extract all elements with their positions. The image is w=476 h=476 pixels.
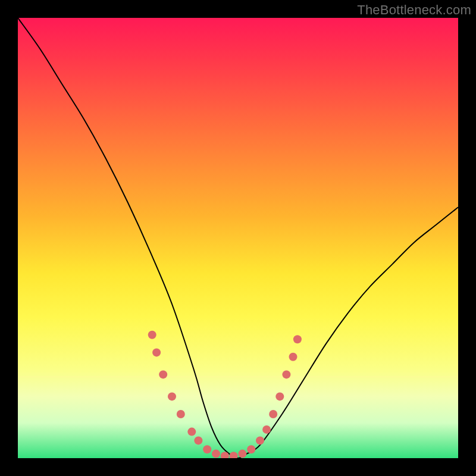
data-point-marker — [293, 335, 302, 343]
data-point-marker — [148, 331, 156, 339]
watermark-text: TheBottleneck.com — [357, 2, 471, 18]
data-point-marker — [262, 425, 271, 434]
data-point-marker — [238, 450, 246, 458]
data-point-marker — [289, 353, 298, 361]
data-point-marker — [212, 450, 220, 458]
chart-outer-frame: TheBottleneck.com — [0, 0, 476, 476]
data-point-marker — [187, 428, 196, 436]
data-point-marker — [282, 370, 290, 378]
data-point-marker — [203, 445, 211, 453]
data-point-marker — [247, 445, 255, 453]
data-point-marker — [230, 452, 238, 458]
data-point-marker — [256, 436, 264, 444]
marker-group — [148, 331, 302, 458]
data-point-marker — [177, 410, 185, 418]
chart-plot-area — [18, 18, 458, 458]
data-point-marker — [159, 370, 167, 378]
data-point-marker — [194, 436, 202, 444]
bottleneck-curve-path — [18, 18, 458, 458]
data-point-marker — [269, 410, 277, 418]
chart-svg-layer — [18, 18, 458, 458]
data-point-marker — [168, 392, 176, 400]
data-point-marker — [275, 392, 284, 400]
data-point-marker — [152, 348, 161, 356]
